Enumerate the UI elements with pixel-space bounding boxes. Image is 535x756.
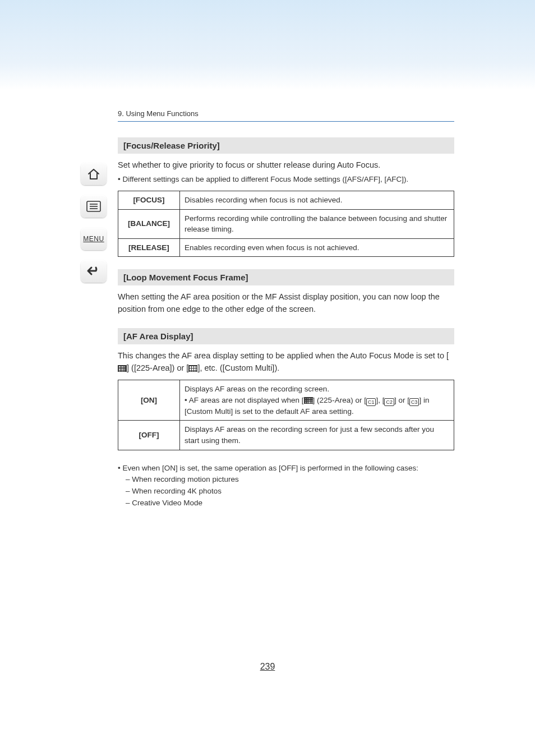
page-number[interactable]: 239	[0, 662, 535, 672]
sidebar: MENU	[79, 163, 109, 283]
menu-button[interactable]: MENU	[81, 228, 107, 250]
cell-release-desc: Enables recording even when focus is not…	[180, 238, 454, 257]
toc-button[interactable]	[81, 195, 107, 218]
af-area-notes: Even when [ON] is set, the same operatio…	[118, 463, 454, 510]
af-intro-a: This changes the AF area display setting…	[118, 351, 449, 360]
c3-icon: C3	[409, 398, 419, 406]
c1-icon: C1	[366, 398, 376, 406]
back-arrow-icon	[86, 265, 101, 278]
focus-release-note: Different settings can be applied to dif…	[118, 174, 454, 185]
section-title-af-area: [AF Area Display]	[118, 328, 454, 344]
c2-icon: C2	[384, 398, 394, 406]
on-bullet-d: ] or [	[394, 396, 409, 404]
grid-dense-icon	[118, 365, 127, 372]
on-bullet-c: ], [	[376, 396, 384, 404]
table-row: [RELEASE] Enables recording even when fo…	[118, 238, 454, 257]
af-area-table: [ON] Displays AF areas on the recording …	[118, 380, 454, 450]
on-bullet-a: AF areas are not displayed when [	[189, 396, 304, 404]
note-line: Creative Video Mode	[118, 497, 454, 509]
cell-focus-label: [FOCUS]	[118, 191, 180, 210]
section-title-focus-release: [Focus/Release Priority]	[118, 137, 454, 154]
cell-off-desc: Displays AF areas on the recording scree…	[180, 421, 454, 450]
content-area: 9. Using Menu Functions [Focus/Release P…	[118, 109, 454, 509]
cell-focus-desc: Disables recording when focus is not ach…	[180, 191, 454, 210]
af-intro-c: ], etc. ([Custom Multi]).	[197, 363, 279, 372]
table-row: [BALANCE] Performs recording while contr…	[118, 209, 454, 238]
home-button[interactable]	[81, 163, 107, 185]
menu-label: MENU	[83, 235, 104, 243]
table-row: [OFF] Displays AF areas on the recording…	[118, 421, 454, 450]
section-title-loop: [Loop Movement Focus Frame]	[118, 269, 454, 285]
table-row: [ON] Displays AF areas on the recording …	[118, 380, 454, 421]
note-line: When recording 4K photos	[118, 486, 454, 497]
grid-icon	[188, 365, 197, 372]
cell-release-label: [RELEASE]	[118, 238, 180, 257]
cell-on-label: [ON]	[118, 380, 180, 421]
back-button[interactable]	[81, 260, 107, 283]
cell-off-label: [OFF]	[118, 421, 180, 450]
focus-release-table: [FOCUS] Disables recording when focus is…	[118, 191, 454, 257]
table-row: [FOCUS] Disables recording when focus is…	[118, 191, 454, 210]
page-root: MENU 9. Using Menu Functions [Focus/Rele…	[0, 0, 535, 756]
note-line: When recording motion pictures	[118, 474, 454, 486]
cell-balance-label: [BALANCE]	[118, 209, 180, 238]
cell-on-desc: Displays AF areas on the recording scree…	[180, 380, 454, 421]
on-bullet-b: ] (225-Area) or [	[313, 396, 366, 404]
breadcrumb: 9. Using Menu Functions	[118, 109, 454, 122]
on-bullet: • AF areas are not displayed when [] (22…	[185, 395, 449, 417]
af-intro-b: ] ([225-Area]) or [	[127, 363, 188, 372]
note-line: Even when [ON] is set, the same operatio…	[118, 463, 454, 474]
home-icon	[87, 168, 100, 180]
header-band	[0, 0, 535, 90]
loop-intro: When setting the AF area position or the…	[118, 291, 454, 316]
af-area-intro: This changes the AF area display setting…	[118, 350, 454, 375]
on-line1: Displays AF areas on the recording scree…	[185, 384, 449, 395]
cell-balance-desc: Performs recording while controlling the…	[180, 209, 454, 238]
list-icon	[86, 201, 101, 212]
focus-release-intro: Set whether to give priority to focus or…	[118, 159, 454, 172]
grid-dense-icon	[304, 397, 313, 404]
